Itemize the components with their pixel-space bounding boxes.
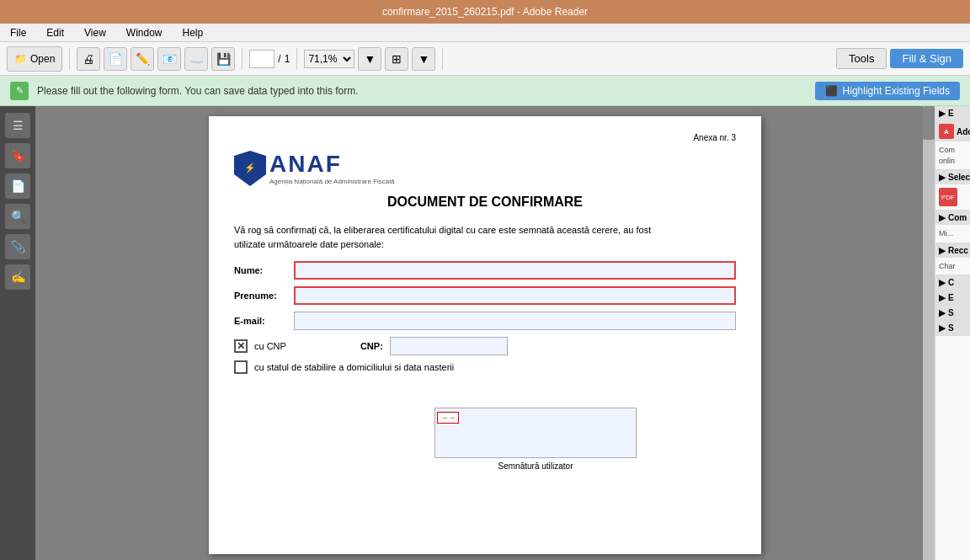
right-panel-c-section: ▶ C: [935, 275, 970, 291]
fit-dropdown-icon[interactable]: ▼: [412, 47, 435, 71]
menu-bar: File Edit View Window Help: [0, 24, 970, 42]
cnp-checkbox[interactable]: ✕: [234, 339, 248, 353]
select-arrow-icon: ▶: [939, 173, 946, 182]
nume-row: Nume:: [234, 261, 736, 280]
statul-checkbox-row: cu statul de stabilire a domiciliului si…: [234, 360, 736, 374]
page-number-input[interactable]: 1: [249, 50, 274, 68]
s1-arrow-icon: ▶: [939, 308, 946, 317]
pdf-button[interactable]: 📄: [104, 47, 127, 71]
right-panel-s2-label: S: [948, 323, 954, 333]
app-title: confirmare_2015_260215.pdf - Adobe Reade…: [382, 6, 588, 18]
right-panel-adobe-body: Comonlin: [935, 141, 970, 169]
right-panel-s2-header[interactable]: ▶ S: [935, 321, 970, 335]
folder-icon: 📁: [14, 53, 27, 65]
prenume-input[interactable]: [294, 286, 736, 305]
prenume-label: Prenume:: [234, 291, 289, 301]
menu-window[interactable]: Window: [123, 25, 166, 40]
adobe-icon: A: [939, 124, 954, 139]
nume-label: Nume:: [234, 265, 289, 275]
sidebar-signatures[interactable]: ✍: [5, 264, 30, 290]
right-panel-recc-header[interactable]: ▶ Recc: [935, 243, 970, 258]
adobe-body-text: Comonlin: [939, 146, 955, 165]
tools-button[interactable]: Tools: [836, 48, 887, 69]
anaf-logo: ⚡ ANAF Agenția Națională de Administrare…: [234, 151, 736, 186]
sidebar-attachments[interactable]: 📎: [5, 234, 30, 259]
cnp-field-label: CNP:: [360, 341, 383, 351]
right-panel-e-section: ▶ E: [935, 291, 970, 306]
menu-help[interactable]: Help: [179, 25, 207, 40]
form-notification-text: Please fill out the following form. You …: [37, 85, 807, 97]
print-button[interactable]: 🖨: [77, 47, 100, 71]
right-panel-comment-section: ▶ Com Mi...: [935, 211, 970, 243]
right-panel-select-header[interactable]: ▶ Selec: [935, 170, 970, 184]
open-button[interactable]: 📁 Open: [7, 46, 62, 72]
statul-checkbox[interactable]: [234, 360, 248, 374]
right-panel-adobe-section: A Adob Comonlin: [935, 121, 970, 170]
signature-area: →→ Semnătură utilizator: [335, 408, 736, 471]
select-pdf-icon: PDF: [939, 188, 957, 206]
svg-text:⚡: ⚡: [244, 162, 256, 173]
recc-char-text: Char: [939, 262, 956, 270]
anaf-text-block: ANAF Agenția Națională de Administrare F…: [269, 152, 395, 185]
scrollbar-thumb[interactable]: [923, 106, 935, 140]
vertical-scrollbar[interactable]: [923, 106, 935, 560]
right-panel-expand-header[interactable]: ▶ E: [935, 106, 970, 120]
tools-label: Tools: [849, 52, 874, 65]
e-arrow-icon: ▶: [939, 293, 946, 302]
annex-label: Anexa nr. 3: [234, 133, 736, 142]
edit-button[interactable]: ✏️: [131, 47, 154, 71]
signature-label: Semnătură utilizator: [498, 461, 573, 471]
open-label: Open: [30, 53, 55, 65]
cnp-input[interactable]: [390, 337, 508, 355]
save-button[interactable]: 💾: [211, 47, 235, 71]
sidebar-pages[interactable]: 📄: [5, 173, 30, 199]
right-panel-section-expand: ▶ E: [935, 106, 970, 121]
fill-sign-button[interactable]: Fill & Sign: [890, 49, 963, 68]
s2-arrow-icon: ▶: [939, 323, 946, 333]
nume-input[interactable]: [294, 261, 736, 280]
fit-button[interactable]: ⊞: [385, 47, 408, 71]
doc-body-text: Vă rog să confirmați că, la eliberarea c…: [234, 223, 736, 251]
toolbar-separator-2: [242, 48, 242, 70]
pdf-page: Anexa nr. 3 ⚡ ANAF Agenția Națională de …: [209, 116, 761, 554]
menu-edit[interactable]: Edit: [43, 25, 67, 40]
cnp-checkbox-label: cu CNP: [254, 341, 286, 351]
right-panel-s2-section: ▶ S: [935, 321, 970, 336]
menu-file[interactable]: File: [7, 25, 29, 40]
expand-arrow-icon: ▶: [939, 109, 946, 118]
right-panel-c-header[interactable]: ▶ C: [935, 275, 970, 290]
right-panel-s1-section: ▶ S: [935, 306, 970, 321]
select-pdf-symbol: PDF: [941, 193, 955, 202]
cnp-checkbox-row: ✕ cu CNP CNP:: [234, 337, 736, 355]
right-panel-e-header[interactable]: ▶ E: [935, 291, 970, 305]
cnp-input-row: CNP:: [360, 337, 508, 355]
send-button[interactable]: 📧: [157, 47, 181, 71]
recc-arrow-icon: ▶: [939, 246, 946, 255]
right-panel-e-label: E: [948, 293, 954, 302]
right-panel-adobe-header: A Adob: [935, 121, 970, 141]
zoom-select[interactable]: 71,1% 50% 75% 100% 125%: [304, 50, 354, 68]
doc-title: DOCUMENT DE CONFIRMARE: [234, 195, 736, 210]
email-input[interactable]: [294, 312, 736, 330]
sidebar-bookmarks[interactable]: 🔖: [5, 143, 30, 168]
toolbar: 📁 Open 🖨 📄 ✏️ 📧 ☁️ 💾 1 / 1 71,1% 50% 75%…: [0, 42, 970, 76]
right-panel-recc-body: Char: [935, 258, 970, 275]
toolbar-separator-4: [442, 48, 443, 70]
highlight-label: Highlight Existing Fields: [843, 85, 950, 97]
pdf-area[interactable]: Anexa nr. 3 ⚡ ANAF Agenția Națională de …: [35, 106, 935, 560]
sidebar-hand-tool[interactable]: ☰: [5, 113, 30, 138]
signature-arrow-icon: →→: [437, 412, 459, 424]
form-notification-bar: ✎ Please fill out the following form. Yo…: [0, 76, 970, 106]
right-panel-comment-header[interactable]: ▶ Com: [935, 211, 970, 225]
sidebar-search[interactable]: 🔍: [5, 204, 30, 229]
cloud-button[interactable]: ☁️: [184, 47, 208, 71]
signature-box[interactable]: →→: [434, 408, 637, 458]
right-panel-recc-label: Recc: [948, 246, 968, 255]
right-panel-s1-header[interactable]: ▶ S: [935, 306, 970, 320]
zoom-dropdown-icon[interactable]: ▼: [358, 47, 381, 71]
right-panel-c-label: C: [948, 278, 954, 287]
anaf-name-text: ANAF: [269, 152, 395, 176]
menu-view[interactable]: View: [81, 25, 109, 40]
highlight-existing-fields-button[interactable]: ⬛ Highlight Existing Fields: [815, 82, 960, 100]
prenume-row: Prenume:: [234, 286, 736, 305]
